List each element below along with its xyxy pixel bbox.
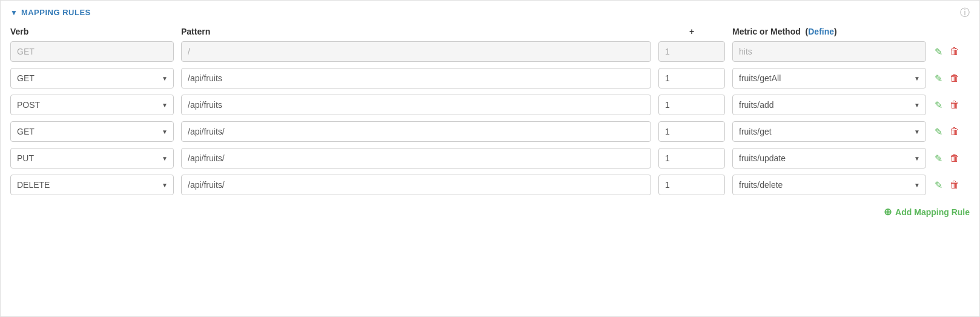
verb-select-1[interactable]: GETPOSTPUTDELETEPATCHHEADOPTIONS <box>10 68 174 88</box>
metric-select-5[interactable]: fruits/delete <box>732 175 926 195</box>
define-link[interactable]: Define <box>808 27 834 36</box>
col-header-pattern: Pattern <box>181 27 651 36</box>
rule-row-2: GETPOSTPUTDELETEPATCHHEADOPTIONS▼fruits/… <box>10 95 970 115</box>
verb-select-2[interactable]: GETPOSTPUTDELETEPATCHHEADOPTIONS <box>10 95 174 115</box>
pattern-input-2[interactable] <box>181 95 651 115</box>
plus-input-3[interactable] <box>658 121 725 142</box>
plus-wrapper-2 <box>658 95 725 115</box>
actions-wrapper-0: ✎🗑 <box>933 45 970 59</box>
verb-select-3[interactable]: GETPOSTPUTDELETEPATCHHEADOPTIONS <box>10 121 174 142</box>
delete-button-0[interactable]: 🗑 <box>949 45 961 58</box>
metric-wrapper-1: fruits/getAll▼ <box>732 68 926 88</box>
plus-wrapper-1 <box>658 68 725 88</box>
verb-wrapper-1: GETPOSTPUTDELETEPATCHHEADOPTIONS▼ <box>10 68 174 88</box>
plus-input-1[interactable] <box>658 68 725 88</box>
rule-row-4: GETPOSTPUTDELETEPATCHHEADOPTIONS▼fruits/… <box>10 148 970 169</box>
plus-wrapper-4 <box>658 148 725 169</box>
edit-button-1[interactable]: ✎ <box>933 72 944 85</box>
pattern-wrapper-0 <box>181 41 651 62</box>
rule-row-5: GETPOSTPUTDELETEPATCHHEADOPTIONS▼fruits/… <box>10 175 970 195</box>
section-title: MAPPING RULES <box>21 8 91 17</box>
pattern-wrapper-3 <box>181 121 651 142</box>
actions-wrapper-3: ✎🗑 <box>933 125 970 139</box>
pattern-input-3[interactable] <box>181 121 651 142</box>
chevron-down-icon: ▼ <box>10 8 18 17</box>
pattern-wrapper-1 <box>181 68 651 88</box>
metric-wrapper-5: fruits/delete▼ <box>732 175 926 195</box>
verb-wrapper-2: GETPOSTPUTDELETEPATCHHEADOPTIONS▼ <box>10 95 174 115</box>
metric-wrapper-2: fruits/add▼ <box>732 95 926 115</box>
pattern-input-0 <box>181 41 651 62</box>
verb-input-0 <box>10 41 174 62</box>
metric-wrapper-4: fruits/update▼ <box>732 148 926 169</box>
delete-button-2[interactable]: 🗑 <box>949 98 961 112</box>
footer: ⊕ Add Mapping Rule <box>10 201 970 218</box>
actions-wrapper-4: ✎🗑 <box>933 152 970 165</box>
rule-row-0: ✎🗑 <box>10 41 970 62</box>
verb-wrapper-0 <box>10 41 174 62</box>
add-rule-label: Add Mapping Rule <box>895 207 970 217</box>
plus-input-5[interactable] <box>658 175 725 195</box>
actions-wrapper-2: ✎🗑 <box>933 98 970 112</box>
pattern-wrapper-2 <box>181 95 651 115</box>
metric-select-3[interactable]: fruits/get <box>732 121 926 142</box>
help-icon[interactable]: ⓘ <box>960 7 970 19</box>
plus-wrapper-5 <box>658 175 725 195</box>
verb-wrapper-3: GETPOSTPUTDELETEPATCHHEADOPTIONS▼ <box>10 121 174 142</box>
col-header-verb: Verb <box>10 27 174 36</box>
verb-wrapper-5: GETPOSTPUTDELETEPATCHHEADOPTIONS▼ <box>10 175 174 195</box>
mapping-rules-container: ▼ MAPPING RULES ⓘ Verb Pattern + Metric … <box>0 0 980 317</box>
rule-row-1: GETPOSTPUTDELETEPATCHHEADOPTIONS▼fruits/… <box>10 68 970 88</box>
pattern-input-1[interactable] <box>181 68 651 88</box>
pattern-input-4[interactable] <box>181 148 651 169</box>
plus-input-4[interactable] <box>658 148 725 169</box>
delete-button-4[interactable]: 🗑 <box>949 152 961 165</box>
edit-button-2[interactable]: ✎ <box>933 98 944 112</box>
delete-button-3[interactable]: 🗑 <box>949 125 961 138</box>
pattern-wrapper-4 <box>181 148 651 169</box>
metric-select-1[interactable]: fruits/getAll <box>732 68 926 88</box>
edit-button-0[interactable]: ✎ <box>933 45 944 59</box>
actions-wrapper-5: ✎🗑 <box>933 178 970 192</box>
pattern-input-5[interactable] <box>181 175 651 195</box>
metric-wrapper-3: fruits/get▼ <box>732 121 926 142</box>
plus-wrapper-0 <box>658 41 725 62</box>
plus-wrapper-3 <box>658 121 725 142</box>
delete-button-5[interactable]: 🗑 <box>949 178 961 192</box>
metric-select-2[interactable]: fruits/add <box>732 95 926 115</box>
rule-row-3: GETPOSTPUTDELETEPATCHHEADOPTIONS▼fruits/… <box>10 121 970 142</box>
section-header: ▼ MAPPING RULES ⓘ <box>10 8 970 17</box>
plus-input-2[interactable] <box>658 95 725 115</box>
metric-wrapper-0 <box>732 41 926 62</box>
column-headers: Verb Pattern + Metric or Method (Define) <box>10 27 970 41</box>
add-mapping-rule-button[interactable]: ⊕ Add Mapping Rule <box>884 206 970 218</box>
edit-button-3[interactable]: ✎ <box>933 125 944 139</box>
delete-button-1[interactable]: 🗑 <box>949 72 961 85</box>
add-icon: ⊕ <box>884 206 892 218</box>
verb-select-4[interactable]: GETPOSTPUTDELETEPATCHHEADOPTIONS <box>10 148 174 169</box>
actions-wrapper-1: ✎🗑 <box>933 72 970 85</box>
rules-list: ✎🗑GETPOSTPUTDELETEPATCHHEADOPTIONS▼fruit… <box>10 41 970 195</box>
metric-select-4[interactable]: fruits/update <box>732 148 926 169</box>
metric-input-0 <box>732 41 926 62</box>
edit-button-5[interactable]: ✎ <box>933 178 944 192</box>
col-header-metric: Metric or Method (Define) <box>732 27 926 36</box>
edit-button-4[interactable]: ✎ <box>933 152 944 165</box>
pattern-wrapper-5 <box>181 175 651 195</box>
verb-wrapper-4: GETPOSTPUTDELETEPATCHHEADOPTIONS▼ <box>10 148 174 169</box>
verb-select-5[interactable]: GETPOSTPUTDELETEPATCHHEADOPTIONS <box>10 175 174 195</box>
col-header-plus: + <box>658 27 725 36</box>
plus-input-0 <box>658 41 725 62</box>
